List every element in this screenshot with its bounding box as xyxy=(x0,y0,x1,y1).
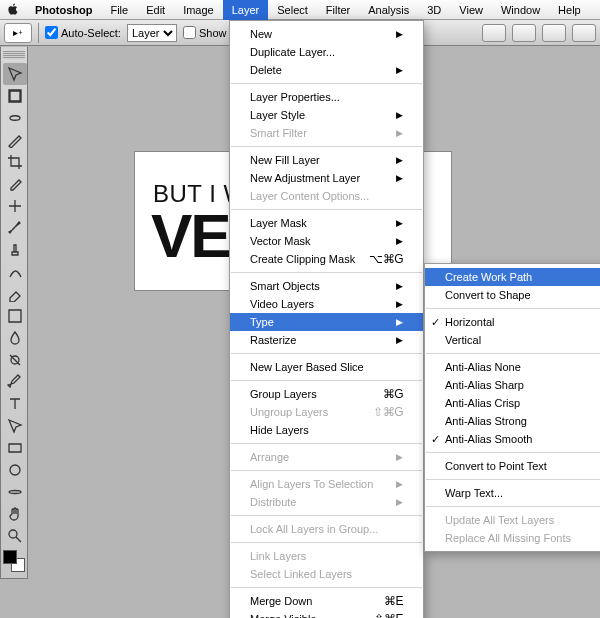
eyedropper-tool[interactable] xyxy=(3,173,27,195)
menu-item-label: Vertical xyxy=(445,334,481,346)
menu-item-label: New Adjustment Layer xyxy=(250,172,360,184)
layer-menu-separator xyxy=(231,146,422,147)
menu-item-label: Group Layers xyxy=(250,388,317,400)
eraser-tool[interactable] xyxy=(3,283,27,305)
type-menu-vertical[interactable]: Vertical xyxy=(425,331,600,349)
wand-tool[interactable] xyxy=(3,129,27,151)
menu-photoshop[interactable]: Photoshop xyxy=(26,0,101,20)
menu-view[interactable]: View xyxy=(450,0,492,20)
crop-tool[interactable] xyxy=(3,151,27,173)
hand-tool[interactable] xyxy=(3,503,27,525)
layer-menu-merge-visible[interactable]: Merge Visible⇧⌘E xyxy=(230,610,423,618)
menu-item-label: Replace All Missing Fonts xyxy=(445,532,571,544)
dodge-tool[interactable] xyxy=(3,349,27,371)
type-menu-warp-text[interactable]: Warp Text... xyxy=(425,484,600,502)
menu-item-label: Convert to Shape xyxy=(445,289,531,301)
auto-select-dropdown[interactable]: Layer xyxy=(127,24,177,42)
type-tool[interactable] xyxy=(3,393,27,415)
type-menu-separator xyxy=(426,479,600,480)
type-menu-replace-all-missing-fonts: Replace All Missing Fonts xyxy=(425,529,600,547)
menu-item-label: Anti-Alias None xyxy=(445,361,521,373)
menu-edit[interactable]: Edit xyxy=(137,0,174,20)
heal-tool[interactable] xyxy=(3,195,27,217)
distribute-icon[interactable] xyxy=(572,24,596,42)
menu-help[interactable]: Help xyxy=(549,0,590,20)
layer-menu-create-clipping-mask[interactable]: Create Clipping Mask⌥⌘G xyxy=(230,250,423,268)
align-left-icon[interactable] xyxy=(482,24,506,42)
tool-preset-button[interactable]: ▸+ xyxy=(4,23,32,43)
layer-menu-new-layer-based-slice[interactable]: New Layer Based Slice xyxy=(230,358,423,376)
layer-menu-group-layers[interactable]: Group Layers⌘G xyxy=(230,385,423,403)
type-menu-anti-alias-smooth[interactable]: ✓Anti-Alias Smooth xyxy=(425,430,600,448)
submenu-arrow-icon: ▶ xyxy=(396,155,403,165)
menu-file[interactable]: File xyxy=(101,0,137,20)
submenu-arrow-icon: ▶ xyxy=(396,479,403,489)
color-swatch[interactable] xyxy=(3,550,25,572)
layer-menu-rasterize[interactable]: Rasterize▶ xyxy=(230,331,423,349)
menu-window[interactable]: Window xyxy=(492,0,549,20)
layer-menu-duplicate-layer[interactable]: Duplicate Layer... xyxy=(230,43,423,61)
menu-image[interactable]: Image xyxy=(174,0,223,20)
menu-item-label: Rasterize xyxy=(250,334,296,346)
layer-menu-vector-mask[interactable]: Vector Mask▶ xyxy=(230,232,423,250)
marquee-tool[interactable] xyxy=(3,85,27,107)
layer-menu-type[interactable]: Type▶ xyxy=(230,313,423,331)
apple-logo-icon[interactable] xyxy=(6,2,26,18)
3d-rotate-tool[interactable] xyxy=(3,459,27,481)
layer-menu-delete[interactable]: Delete▶ xyxy=(230,61,423,79)
layer-menu-layer-mask[interactable]: Layer Mask▶ xyxy=(230,214,423,232)
3d-orbit-tool[interactable] xyxy=(3,481,27,503)
menu-item-label: New xyxy=(250,28,272,40)
type-menu-horizontal[interactable]: ✓Horizontal xyxy=(425,313,600,331)
submenu-arrow-icon: ▶ xyxy=(396,65,403,75)
path-sel-tool[interactable] xyxy=(3,415,27,437)
menu-select[interactable]: Select xyxy=(268,0,317,20)
layer-menu-hide-layers[interactable]: Hide Layers xyxy=(230,421,423,439)
pen-tool[interactable] xyxy=(3,371,27,393)
type-menu-anti-alias-none[interactable]: Anti-Alias None xyxy=(425,358,600,376)
gradient-tool[interactable] xyxy=(3,305,27,327)
show-transform-input[interactable] xyxy=(183,26,196,39)
auto-select-checkbox[interactable]: Auto-Select: xyxy=(45,26,121,39)
layer-menu-smart-objects[interactable]: Smart Objects▶ xyxy=(230,277,423,295)
zoom-tool[interactable] xyxy=(3,525,27,547)
type-menu-separator xyxy=(426,452,600,453)
menu-analysis[interactable]: Analysis xyxy=(359,0,418,20)
layer-menu-layer-style[interactable]: Layer Style▶ xyxy=(230,106,423,124)
align-right-icon[interactable] xyxy=(542,24,566,42)
type-menu-convert-to-shape[interactable]: Convert to Shape xyxy=(425,286,600,304)
menu-item-label: Layer Style xyxy=(250,109,305,121)
layer-menu-layer-properties[interactable]: Layer Properties... xyxy=(230,88,423,106)
history-tool[interactable] xyxy=(3,261,27,283)
layer-menu-new-adjustment-layer[interactable]: New Adjustment Layer▶ xyxy=(230,169,423,187)
align-center-icon[interactable] xyxy=(512,24,536,42)
layer-menu-merge-down[interactable]: Merge Down⌘E xyxy=(230,592,423,610)
menu-item-label: Anti-Alias Sharp xyxy=(445,379,524,391)
auto-select-input[interactable] xyxy=(45,26,58,39)
menu-item-label: Layer Properties... xyxy=(250,91,340,103)
menu-layer[interactable]: Layer xyxy=(223,0,269,20)
blur-tool[interactable] xyxy=(3,327,27,349)
submenu-arrow-icon: ▶ xyxy=(396,110,403,120)
lasso-tool[interactable] xyxy=(3,107,27,129)
foreground-color-icon[interactable] xyxy=(3,550,17,564)
layer-menu-arrange: Arrange▶ xyxy=(230,448,423,466)
menu-3d[interactable]: 3D xyxy=(418,0,450,20)
layer-menu-new[interactable]: New▶ xyxy=(230,25,423,43)
move-tool[interactable] xyxy=(3,63,27,85)
type-menu-create-work-path[interactable]: Create Work Path xyxy=(425,268,600,286)
type-menu-anti-alias-crisp[interactable]: Anti-Alias Crisp xyxy=(425,394,600,412)
type-menu-anti-alias-strong[interactable]: Anti-Alias Strong xyxy=(425,412,600,430)
menu-item-label: New Layer Based Slice xyxy=(250,361,364,373)
menu-item-label: New Fill Layer xyxy=(250,154,320,166)
layer-menu-new-fill-layer[interactable]: New Fill Layer▶ xyxy=(230,151,423,169)
shape-tool[interactable] xyxy=(3,437,27,459)
layer-menu-video-layers[interactable]: Video Layers▶ xyxy=(230,295,423,313)
menu-filter[interactable]: Filter xyxy=(317,0,359,20)
type-menu-convert-to-point-text[interactable]: Convert to Point Text xyxy=(425,457,600,475)
type-menu-anti-alias-sharp[interactable]: Anti-Alias Sharp xyxy=(425,376,600,394)
brush-tool[interactable] xyxy=(3,217,27,239)
toolbox-grip[interactable] xyxy=(3,51,25,59)
stamp-tool[interactable] xyxy=(3,239,27,261)
menu-item-label: Create Clipping Mask xyxy=(250,253,355,265)
